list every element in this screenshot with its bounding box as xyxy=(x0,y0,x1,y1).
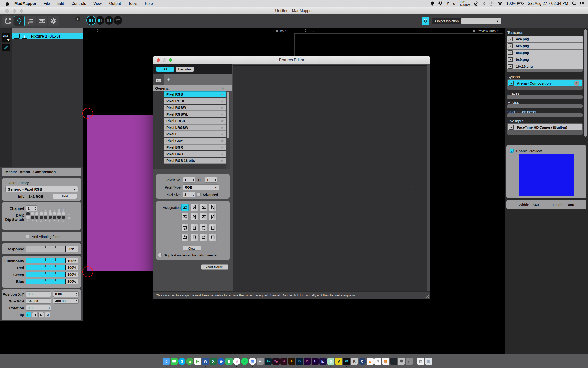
advanced-checkbox[interactable] xyxy=(197,193,201,196)
assignation-snake-right-down-button[interactable] xyxy=(181,224,189,232)
assignation-scan-n-down-left-button[interactable] xyxy=(209,204,217,211)
export-fixture-button[interactable]: Export fixture... xyxy=(201,264,228,270)
branch-y-icon[interactable]: Y xyxy=(446,1,449,6)
dock-ableton-live-icon[interactable]: Live xyxy=(257,358,264,365)
anti-aliasing-checkbox[interactable] xyxy=(26,235,29,238)
dip-switch-9[interactable] xyxy=(62,212,65,219)
panel-collapse-button[interactable]: ▶ xyxy=(75,16,80,21)
dialog-title-bar[interactable]: Fixtures Editor xyxy=(153,56,430,64)
flip-horizontal-button[interactable]: F xyxy=(32,312,37,317)
dock-gears-app-icon[interactable]: ✱ xyxy=(398,358,405,365)
dock-speedgrade-icon[interactable]: Sg xyxy=(272,358,280,365)
projector-output-button[interactable] xyxy=(37,16,47,26)
flip-both-button[interactable]: F xyxy=(45,312,50,317)
dialog-close-button[interactable] xyxy=(157,58,160,62)
dock-evernote-icon[interactable]: E xyxy=(225,358,233,365)
menu-clock[interactable]: Sat Aug 27 7:02:34 PM xyxy=(528,1,568,6)
draw-fixture-line-button[interactable] xyxy=(2,44,10,51)
favorite-star-icon[interactable]: ★ xyxy=(220,112,224,117)
assignation-scan-z-right-down-button[interactable] xyxy=(181,204,189,211)
assignation-snake-up-right-button[interactable] xyxy=(191,234,198,241)
position-y-field[interactable]: 0.00▲▼ xyxy=(53,291,79,297)
dock-finder-icon[interactable]: ☺ xyxy=(163,358,170,365)
window-close-button[interactable] xyxy=(5,9,9,13)
fixture-type-row[interactable]: Pixel BRG★ xyxy=(164,151,226,157)
menu-item-file[interactable]: File xyxy=(40,1,54,6)
fixture-lock-icon[interactable] xyxy=(22,34,27,39)
testcard-row[interactable]: ◀5x5.png xyxy=(507,43,583,49)
window-zoom-button[interactable] xyxy=(20,9,23,13)
testcard-row[interactable]: ◀16x16.png xyxy=(507,63,583,69)
object-isolation-button[interactable]: Object Isolation xyxy=(432,18,462,24)
dock-spotify-icon[interactable]: ≈ xyxy=(241,358,248,365)
add-fixture-type-button[interactable]: + xyxy=(167,76,170,83)
menu-item-controls[interactable]: Controls xyxy=(68,1,90,6)
fixture-row[interactable]: Fixture 1 (0|1-3) xyxy=(12,33,83,39)
blue-slider[interactable]: 100% xyxy=(26,279,78,284)
selection-handle-circle[interactable] xyxy=(82,108,93,119)
favorite-star-icon[interactable]: ★ xyxy=(220,125,224,130)
dip-switch-2[interactable] xyxy=(31,212,34,219)
red-slider[interactable]: 100% xyxy=(26,265,78,270)
assignation-scan-n-down-right-button[interactable] xyxy=(191,204,198,211)
flip-none-button[interactable]: F xyxy=(26,312,31,317)
fixtures-mode-button[interactable] xyxy=(14,16,25,26)
cue-list-button[interactable]: 123 xyxy=(25,16,36,26)
time-machine-icon[interactable] xyxy=(489,1,494,6)
menu-item-edit[interactable]: Edit xyxy=(54,1,68,6)
favorite-star-icon[interactable]: ★ xyxy=(220,99,224,103)
skip-universe-checkbox[interactable] xyxy=(158,253,162,257)
dialog-minimize-button[interactable] xyxy=(163,58,166,62)
play-direction-icon[interactable]: ◀ xyxy=(509,81,514,86)
dock-excel-icon[interactable]: X xyxy=(210,358,217,365)
dock-cinema4d-icon[interactable]: C xyxy=(359,358,366,365)
testcard-row[interactable]: ◀4x4.png xyxy=(507,36,583,42)
dip-switch-5[interactable] xyxy=(44,212,47,219)
assignation-scan-z-left-down-button[interactable] xyxy=(200,204,207,211)
dock-utorrent-icon[interactable]: µ xyxy=(186,358,193,365)
fixture-type-row[interactable]: Pixel RGBL★ xyxy=(164,98,226,104)
dock-skype-icon[interactable]: S xyxy=(178,358,185,365)
assignation-scan-n-up-left-button[interactable] xyxy=(209,213,217,220)
fixture-type-row[interactable]: Pixel RGB★ xyxy=(164,91,226,97)
dock-vdmx-icon[interactable]: V xyxy=(335,358,342,365)
pause-left-button[interactable] xyxy=(96,16,104,25)
menu-item-tools[interactable]: Tools xyxy=(124,1,141,6)
movies-empty-list[interactable] xyxy=(507,104,583,108)
live-input-row[interactable]: ◀ FaceTime HD Camera (Built-in) xyxy=(508,124,582,130)
favorite-star-icon[interactable]: ★ xyxy=(220,92,224,97)
dock-itunes-icon[interactable]: ♫ xyxy=(233,358,240,365)
assignation-snake-up-left-button[interactable] xyxy=(209,234,217,241)
mapped-surface-quad[interactable] xyxy=(87,115,153,271)
pixels-h-field[interactable]: 1▲▼ xyxy=(205,177,217,183)
settings-gear-button[interactable] xyxy=(48,16,59,26)
evernote-icon[interactable]: e xyxy=(453,1,455,6)
dock-media-encoder-icon[interactable]: ◣ xyxy=(319,358,327,365)
menu-item-help[interactable]: Help xyxy=(141,1,157,6)
dip-switch-6[interactable] xyxy=(49,212,52,219)
dock-mint-s-app-icon[interactable]: S xyxy=(327,358,334,365)
group-header-generic[interactable]: Generic ★ xyxy=(153,85,232,91)
record-circle-icon[interactable] xyxy=(474,1,478,6)
dock-photoshop-icon[interactable]: Ps xyxy=(296,358,303,365)
output-select-dropdown[interactable]: ▼ xyxy=(461,18,501,24)
assignation-scan-n-up-right-button[interactable] xyxy=(191,213,198,220)
fixture-type-row[interactable]: Pixel RGB 16 bits★ xyxy=(164,158,226,164)
list-scrollbar-thumb[interactable] xyxy=(227,92,229,138)
zoom-in-icon[interactable]: + xyxy=(297,29,299,33)
assignation-snake-right-up-button[interactable] xyxy=(181,234,189,241)
fixture-visibility-checkbox[interactable] xyxy=(14,34,20,39)
dip-switch-4[interactable] xyxy=(40,212,43,219)
fixture-type-row[interactable]: Pixel L★ xyxy=(164,131,226,137)
assignation-scan-z-right-up-button[interactable] xyxy=(181,213,189,220)
dock-calculator-icon[interactable]: ▦ xyxy=(382,358,389,365)
fixture-type-row[interactable]: Pixel LRGB★ xyxy=(164,118,226,124)
zoom-in-icon[interactable]: + xyxy=(86,29,88,33)
pixel-type-dropdown[interactable]: RGB▼ xyxy=(183,184,219,190)
dip-switch-1[interactable] xyxy=(26,212,30,219)
fixture-type-row[interactable]: Pixel LRGBW★ xyxy=(164,124,226,131)
dock-indesign-icon[interactable]: Id xyxy=(280,358,287,365)
images-empty-list[interactable] xyxy=(507,95,583,99)
notification-center-icon[interactable] xyxy=(580,2,585,5)
dock-after-effects-icon[interactable]: Ae xyxy=(312,358,319,365)
